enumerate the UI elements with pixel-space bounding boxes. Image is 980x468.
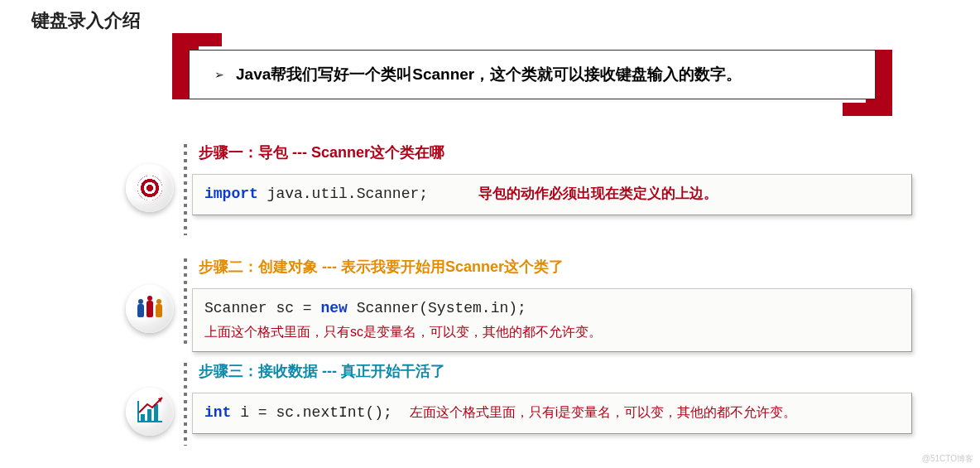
vertical-rule — [184, 258, 187, 346]
step-3-heading: 步骤三：接收数据 --- 真正开始干活了 — [199, 361, 920, 381]
keyword-int: int — [204, 404, 231, 421]
chart-icon — [126, 388, 174, 436]
callout-text: Java帮我们写好一个类叫Scanner，这个类就可以接收键盘输入的数字。 — [236, 64, 742, 85]
step-2: 步骤二：创建对象 --- 表示我要开始用Scanner这个类了 Scanner … — [192, 257, 920, 352]
code-text: Scanner(System.in); — [348, 300, 526, 316]
target-icon — [126, 164, 174, 212]
vertical-rule — [184, 363, 187, 446]
step-3-note: 左面这个格式里面，只有i是变量名，可以变，其他的都不允许变。 — [410, 405, 797, 419]
keyword-new: new — [320, 300, 347, 316]
step-1-heading: 步骤一：导包 --- Scanner这个类在哪 — [199, 142, 920, 162]
code-text: java.util.Scanner; — [258, 186, 428, 202]
step-2-heading: 步骤二：创建对象 --- 表示我要开始用Scanner这个类了 — [199, 257, 920, 277]
step-1: 步骤一：导包 --- Scanner这个类在哪 import java.util… — [192, 142, 920, 215]
step-2-code: Scanner sc = new Scanner(System.in); 上面这… — [192, 288, 912, 352]
bullet-arrow-icon: ➢ — [214, 68, 224, 81]
code-text: Scanner sc = — [204, 300, 320, 316]
page-title: 键盘录入介绍 — [31, 8, 141, 33]
step-2-note: 上面这个格式里面，只有sc是变量名，可以变，其他的都不允许变。 — [204, 322, 900, 343]
step-3-code: int i = sc.nextInt(); 左面这个格式里面，只有i是变量名，可… — [192, 393, 912, 434]
watermark: @51CTO博客 — [922, 453, 973, 465]
step-1-note: 导包的动作必须出现在类定义的上边。 — [478, 186, 718, 201]
people-icon — [126, 285, 174, 333]
keyword-import: import — [204, 186, 258, 202]
step-3: 步骤三：接收数据 --- 真正开始干活了 int i = sc.nextInt(… — [192, 361, 920, 434]
vertical-rule — [184, 144, 187, 235]
intro-callout: ➢ Java帮我们写好一个类叫Scanner，这个类就可以接收键盘输入的数字。 — [172, 33, 892, 116]
code-text: i = sc.nextInt(); — [231, 404, 392, 421]
step-1-code: import java.util.Scanner; 导包的动作必须出现在类定义的… — [192, 174, 912, 215]
callout-box: ➢ Java帮我们写好一个类叫Scanner，这个类就可以接收键盘输入的数字。 — [189, 50, 876, 99]
